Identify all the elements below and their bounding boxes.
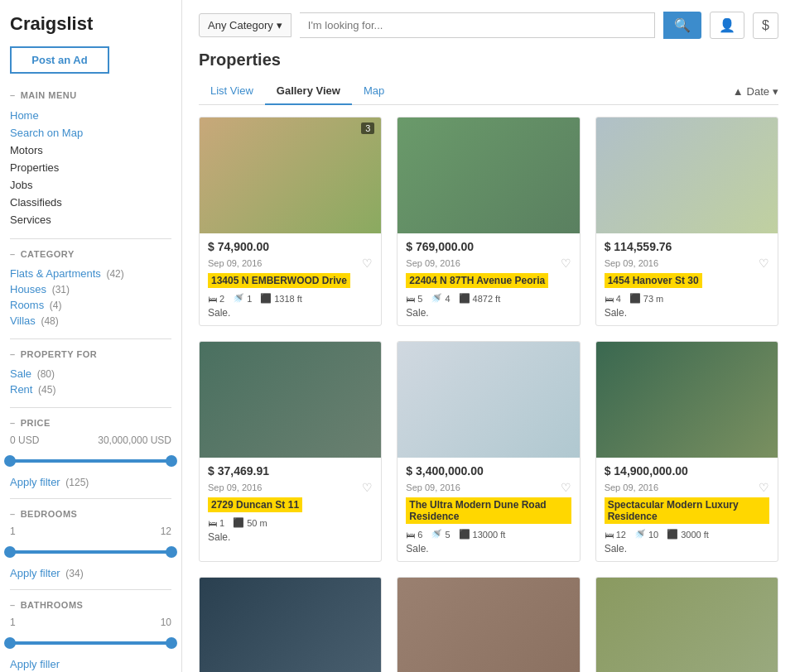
user-icon-button[interactable]: 👤 bbox=[710, 12, 744, 39]
card-body: $ 74,900.00 Sep 09, 2016♡ 13405 N EMBERW… bbox=[200, 233, 381, 325]
listing-card[interactable]: $ 3,400,000.00 Sep 09, 2016♡ The Ultra M… bbox=[397, 341, 580, 562]
listing-date: Sep 09, 2016 bbox=[605, 258, 658, 268]
listing-card[interactable]: $ 14,900,000.00 Sep 09, 2016♡ Spectacula… bbox=[595, 341, 778, 562]
cat-flats[interactable]: Flats & Apartments (42) bbox=[10, 266, 171, 281]
tab-map[interactable]: Map bbox=[352, 78, 396, 105]
listing-date: Sep 09, 2016 bbox=[406, 482, 460, 492]
nav-services[interactable]: Services bbox=[10, 211, 171, 228]
card-body: $ 114,559.76 Sep 09, 2016♡ 1454 Hanover … bbox=[596, 233, 778, 325]
tab-list-view[interactable]: List View bbox=[199, 78, 265, 105]
nav-jobs[interactable]: Jobs bbox=[10, 176, 171, 194]
tab-bar: List View Gallery View Map ▲ Date ▾ bbox=[199, 78, 778, 105]
baths-spec: 🚿 4 bbox=[431, 293, 450, 304]
top-bar: Any Category ▾ 🔍 👤 $ bbox=[199, 12, 778, 39]
listing-card[interactable]: 3 $ 74,900.00 Sep 09, 2016♡ 13405 N EMBE… bbox=[199, 117, 382, 326]
bedrooms-range[interactable] bbox=[10, 544, 171, 560]
nav-motors[interactable]: Motors bbox=[10, 142, 171, 159]
bathrooms-apply-filter[interactable]: Apply filler bbox=[10, 658, 60, 670]
listing-price: $ 114,559.76 bbox=[605, 240, 769, 253]
favorite-icon[interactable]: ♡ bbox=[561, 481, 571, 494]
cat-rooms[interactable]: Rooms (4) bbox=[10, 297, 171, 313]
listing-type: Sale. bbox=[406, 543, 571, 554]
favorite-icon[interactable]: ♡ bbox=[561, 257, 571, 270]
listing-title: Spectacular Modern Luxury Residence bbox=[605, 497, 769, 524]
bedrooms-min: 1 bbox=[10, 526, 16, 537]
area-spec: ⬛ 1318 ft bbox=[260, 293, 302, 304]
prop-rent[interactable]: Rent (45) bbox=[10, 382, 171, 397]
chevron-down-icon: ▾ bbox=[277, 19, 282, 31]
listing-price: $ 3,400,000.00 bbox=[406, 464, 571, 478]
post-ad-button[interactable]: Post an Ad bbox=[10, 46, 109, 74]
listing-title: 2729 Duncan St 11 bbox=[208, 497, 302, 512]
cat-houses[interactable]: Houses (31) bbox=[10, 281, 171, 297]
date-row: Sep 09, 2016♡ bbox=[208, 257, 373, 270]
listing-image bbox=[398, 578, 579, 672]
date-row: Sep 09, 2016♡ bbox=[605, 257, 769, 270]
nav-classifieds[interactable]: Classifieds bbox=[10, 194, 171, 211]
listing-card[interactable]: $ 114,559.76 Sep 09, 2016♡ 1454 Hanover … bbox=[595, 117, 778, 326]
beds-spec: 🛏 12 bbox=[605, 529, 626, 540]
favorite-icon[interactable]: ♡ bbox=[362, 481, 373, 494]
favorite-icon[interactable]: ♡ bbox=[759, 481, 769, 494]
listing-card[interactable]: $ 37,469.91 Sep 09, 2016♡ 2729 Duncan St… bbox=[199, 341, 382, 562]
area-spec: ⬛ 13000 ft bbox=[459, 529, 506, 540]
category-label: Any Category bbox=[208, 19, 273, 31]
prop-sale[interactable]: Sale (80) bbox=[10, 366, 171, 382]
sidebar: Craigslist Post an Ad MAIN MENU Home Sea… bbox=[0, 0, 182, 672]
date-row: Sep 09, 2016♡ bbox=[605, 481, 769, 494]
listing-price: $ 769,000.00 bbox=[406, 240, 571, 253]
favorite-icon[interactable]: ♡ bbox=[759, 257, 769, 270]
nav-properties[interactable]: Properties bbox=[10, 159, 171, 176]
img-badge: 3 bbox=[361, 122, 374, 134]
price-max: 30,000,000 USD bbox=[98, 434, 171, 446]
card-body: $ 769,000.00 Sep 09, 2016♡ 22404 N 87TH … bbox=[398, 233, 579, 325]
listing-title: 22404 N 87TH Avenue Peoria bbox=[406, 273, 548, 288]
area-spec: ⬛ 4872 ft bbox=[459, 293, 501, 304]
sort-button[interactable]: ▲ Date ▾ bbox=[733, 85, 778, 98]
area-spec: ⬛ 50 m bbox=[233, 517, 267, 528]
listing-date: Sep 09, 2016 bbox=[208, 482, 262, 492]
listing-type: Sale. bbox=[605, 543, 769, 554]
page-title: Properties bbox=[199, 50, 778, 70]
listing-title: 1454 Hanover St 30 bbox=[605, 273, 702, 288]
bathrooms-min: 1 bbox=[10, 617, 16, 628]
beds-spec: 🛏 2 bbox=[208, 293, 224, 304]
listing-card[interactable]: $ 769,000.00 Sep 09, 2016♡ 22404 N 87TH … bbox=[397, 117, 580, 326]
sort-icon: ▲ bbox=[733, 85, 744, 98]
bedrooms-header: BEDROOMS bbox=[10, 509, 171, 519]
cat-villas[interactable]: Villas (48) bbox=[10, 313, 171, 329]
sort-chevron-icon: ▾ bbox=[773, 85, 778, 98]
listing-card[interactable]: $ 35,000.00 / Per year ♡ bbox=[199, 577, 382, 672]
listing-price: $ 37,469.91 bbox=[208, 464, 373, 478]
card-body: $ 3,400,000.00 Sep 09, 2016♡ The Ultra M… bbox=[398, 458, 579, 561]
dollar-icon-button[interactable]: $ bbox=[753, 12, 778, 39]
listing-image bbox=[596, 342, 778, 458]
card-body: $ 14,900,000.00 Sep 09, 2016♡ Spectacula… bbox=[596, 458, 778, 561]
bedrooms-apply-filter[interactable]: Apply filter bbox=[10, 567, 60, 579]
category-dropdown[interactable]: Any Category ▾ bbox=[199, 13, 292, 37]
price-range[interactable] bbox=[10, 453, 171, 469]
listing-price: $ 14,900,000.00 bbox=[605, 464, 769, 478]
card-body: $ 37,469.91 Sep 09, 2016♡ 2729 Duncan St… bbox=[200, 458, 381, 550]
search-button[interactable]: 🔍 bbox=[663, 12, 701, 39]
listing-card[interactable]: $ 168,615.75 ♡ bbox=[397, 577, 580, 672]
baths-spec: 🚿 5 bbox=[431, 529, 450, 540]
favorite-icon[interactable]: ♡ bbox=[362, 257, 373, 270]
baths-spec: 🚿 10 bbox=[634, 529, 658, 540]
tab-gallery-view[interactable]: Gallery View bbox=[265, 78, 352, 105]
search-input[interactable] bbox=[300, 12, 655, 38]
bedrooms-apply-count: (34) bbox=[65, 568, 83, 579]
bathrooms-header: BATHROOMS bbox=[10, 600, 171, 610]
listing-card[interactable]: $ 1,909.00 / Per month ♡ bbox=[595, 577, 778, 672]
listing-date: Sep 09, 2016 bbox=[605, 482, 658, 492]
listing-type: Sale. bbox=[208, 531, 373, 543]
baths-spec: 🚿 1 bbox=[233, 293, 252, 304]
price-apply-filter[interactable]: Apply filter bbox=[10, 476, 60, 488]
area-spec: ⬛ 73 m bbox=[629, 293, 663, 304]
listing-image bbox=[398, 342, 579, 458]
listing-type: Sale. bbox=[605, 307, 769, 319]
nav-search-on-map[interactable]: Search on Map bbox=[10, 124, 171, 142]
nav-home[interactable]: Home bbox=[10, 107, 171, 124]
price-header: PRICE bbox=[10, 418, 171, 428]
bathrooms-range[interactable] bbox=[10, 635, 171, 651]
